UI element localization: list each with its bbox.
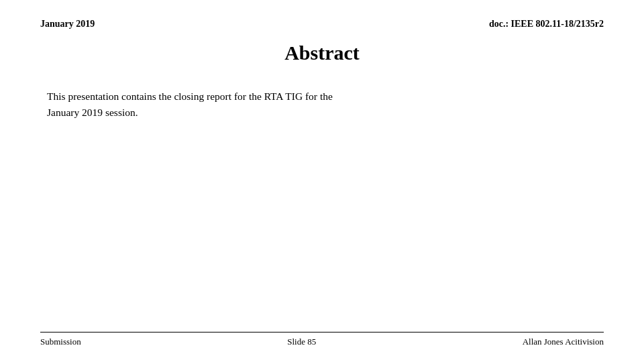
title-section: Abstract	[40, 42, 604, 64]
body-line-1: This presentation contains the closing r…	[47, 90, 333, 102]
slide: January 2019 doc.: IEEE 802.11-18/2135r2…	[0, 0, 644, 362]
body-line-2: January 2019 session.	[47, 107, 138, 118]
slide-footer: Submission Slide 85 Allan Jones Acitivis…	[40, 332, 604, 347]
header-doc-id: doc.: IEEE 802.11-18/2135r2	[489, 19, 604, 29]
footer-author: Allan Jones Acitivision	[523, 337, 604, 347]
slide-title: Abstract	[40, 42, 604, 64]
content-section: This presentation contains the closing r…	[40, 88, 604, 121]
body-paragraph: This presentation contains the closing r…	[47, 88, 597, 121]
slide-header: January 2019 doc.: IEEE 802.11-18/2135r2	[40, 19, 604, 29]
footer-slide-number: Slide 85	[287, 337, 316, 347]
footer-submission: Submission	[40, 337, 81, 347]
header-date: January 2019	[40, 19, 95, 29]
